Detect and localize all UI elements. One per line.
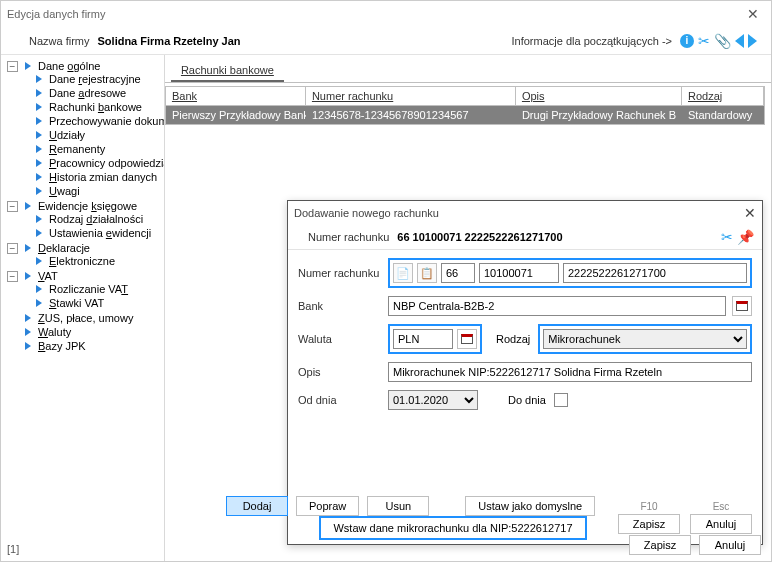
col-type[interactable]: Rodzaj bbox=[682, 87, 764, 105]
window-title: Edycja danych firmy bbox=[7, 8, 741, 20]
paste-icon[interactable]: 📋 bbox=[417, 263, 437, 283]
description-field[interactable] bbox=[388, 362, 752, 382]
bank-lookup-icon[interactable] bbox=[732, 296, 752, 316]
tree-item[interactable]: Waluty bbox=[38, 326, 71, 338]
currency-field[interactable] bbox=[393, 329, 453, 349]
set-default-button[interactable]: Ustaw jako domyslne bbox=[465, 496, 595, 516]
tree-item[interactable]: ZUS, płace, umowy bbox=[38, 312, 133, 324]
accounts-grid: Bank Numer rachunku Opis Rodzaj Pierwszy… bbox=[165, 86, 765, 125]
to-date-label: Do dnia bbox=[508, 394, 546, 406]
esc-hint: Esc bbox=[713, 501, 730, 512]
tree-item[interactable]: Dane rejestracyjne bbox=[49, 73, 141, 85]
tree-item[interactable]: Udziały bbox=[49, 129, 85, 141]
number-part-1[interactable] bbox=[441, 263, 475, 283]
navigation-tree: −Dane ogólne Dane rejestracyjne Dane adr… bbox=[1, 55, 165, 561]
tree-item[interactable]: Uwagi bbox=[49, 185, 80, 197]
dialog-cancel-button[interactable]: Anuluj bbox=[690, 514, 752, 534]
tab-bank-accounts[interactable]: Rachunki bankowe bbox=[171, 60, 284, 82]
window-close-icon[interactable]: ✕ bbox=[741, 6, 765, 22]
tree-item[interactable]: Pracownicy odpowiedzialni bbox=[49, 157, 165, 169]
dialog-title: Dodawanie nowego rachunku bbox=[294, 207, 744, 219]
company-name-value: Solidna Firma Rzetelny Jan bbox=[98, 35, 241, 47]
table-row[interactable]: Pierwszy Przykładowy Bank 12345678-12345… bbox=[166, 106, 764, 124]
bank-label: Bank bbox=[298, 300, 388, 312]
paperclip-icon[interactable]: 📎 bbox=[714, 33, 731, 49]
prev-icon[interactable] bbox=[735, 34, 744, 48]
dialog-save-button[interactable]: Zapisz bbox=[618, 514, 680, 534]
status-text: [1] bbox=[7, 543, 19, 555]
currency-label: Waluta bbox=[298, 333, 388, 345]
tree-item[interactable]: Rodzaj działalności bbox=[49, 213, 143, 225]
tree-item[interactable]: Historia zmian danych bbox=[49, 171, 157, 183]
insert-microaccount-button[interactable]: Wstaw dane mikrorachunku dla NIP:5222612… bbox=[319, 516, 586, 540]
window-cancel-button[interactable]: Anuluj bbox=[699, 535, 761, 555]
collapse-icon[interactable]: − bbox=[7, 243, 18, 254]
collapse-icon[interactable]: − bbox=[7, 61, 18, 72]
tree-node-general[interactable]: Dane ogólne bbox=[38, 60, 100, 72]
tree-node-ledger[interactable]: Ewidencje księgowe bbox=[38, 200, 137, 212]
help-link[interactable]: Informacje dla początkujących -> bbox=[512, 35, 673, 47]
tree-item[interactable]: Stawki VAT bbox=[49, 297, 104, 309]
header-label: Numer rachunku bbox=[308, 231, 389, 243]
tree-item[interactable]: Ustawienia ewidencji bbox=[49, 227, 151, 239]
cell-type: Standardowy bbox=[682, 106, 764, 124]
cell-number: 12345678-12345678901234567 bbox=[306, 106, 516, 124]
add-button[interactable]: Dodaj bbox=[226, 496, 288, 516]
company-name-label: Nazwa firmy bbox=[29, 35, 90, 47]
add-account-dialog: Dodawanie nowego rachunku ✕ Numer rachun… bbox=[287, 200, 763, 545]
bank-field[interactable] bbox=[388, 296, 726, 316]
copy-icon[interactable]: 📄 bbox=[393, 263, 413, 283]
node-icon bbox=[25, 62, 31, 70]
from-date-select[interactable]: 01.01.2020 bbox=[388, 390, 478, 410]
tree-node-vat[interactable]: VAT bbox=[38, 270, 58, 282]
f10-hint: F10 bbox=[640, 501, 657, 512]
number-label: Numer rachunku bbox=[298, 267, 388, 279]
tree-node-decl[interactable]: Deklaracje bbox=[38, 242, 90, 254]
number-part-3[interactable] bbox=[563, 263, 747, 283]
to-date-checkbox[interactable] bbox=[554, 393, 568, 407]
col-number[interactable]: Numer rachunku bbox=[306, 87, 516, 105]
number-part-2[interactable] bbox=[479, 263, 559, 283]
cell-desc: Drugi Przykładowy Rachunek B bbox=[516, 106, 682, 124]
pin-icon[interactable]: 📌 bbox=[737, 229, 754, 245]
tree-item[interactable]: Elektroniczne bbox=[49, 255, 115, 267]
col-desc[interactable]: Opis bbox=[516, 87, 682, 105]
currency-lookup-icon[interactable] bbox=[457, 329, 477, 349]
type-select[interactable]: Mikrorachunek bbox=[543, 329, 747, 349]
tree-item[interactable]: Przechowywanie dokumentacji bbox=[49, 115, 165, 127]
description-label: Opis bbox=[298, 366, 388, 378]
tree-item[interactable]: Rachunki bankowe bbox=[49, 101, 142, 113]
cell-bank: Pierwszy Przykładowy Bank bbox=[166, 106, 306, 124]
edit-button[interactable]: Popraw bbox=[296, 496, 359, 516]
type-label: Rodzaj bbox=[496, 333, 530, 345]
next-icon[interactable] bbox=[748, 34, 757, 48]
collapse-icon[interactable]: − bbox=[7, 271, 18, 282]
info-icon[interactable]: i bbox=[680, 34, 694, 48]
collapse-icon[interactable]: − bbox=[7, 201, 18, 212]
window-save-button[interactable]: Zapisz bbox=[629, 535, 691, 555]
tree-item[interactable]: Rozliczanie VAT bbox=[49, 283, 128, 295]
scissors-icon[interactable]: ✂ bbox=[721, 229, 733, 245]
col-bank[interactable]: Bank bbox=[166, 87, 306, 105]
tree-item[interactable]: Dane adresowe bbox=[49, 87, 126, 99]
from-date-label: Od dnia bbox=[298, 394, 388, 406]
dialog-close-icon[interactable]: ✕ bbox=[744, 205, 756, 221]
scissors-icon[interactable]: ✂ bbox=[698, 33, 710, 49]
tree-item[interactable]: Remanenty bbox=[49, 143, 105, 155]
tree-item[interactable]: Bazy JPK bbox=[38, 340, 86, 352]
delete-button[interactable]: Usun bbox=[367, 496, 429, 516]
header-account-number: 66 10100071 2222522261271700 bbox=[397, 231, 717, 243]
